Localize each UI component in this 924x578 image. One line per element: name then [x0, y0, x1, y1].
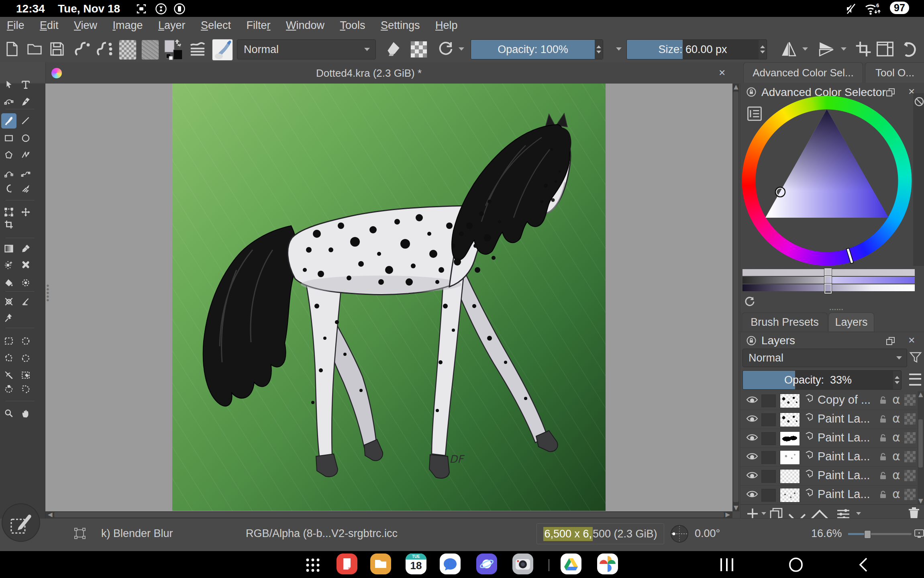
tool-pan[interactable]: [18, 406, 33, 421]
layer-alpha-lock-checker[interactable]: [904, 470, 916, 481]
tool-bezier-curve[interactable]: [1, 166, 16, 182]
add-layer-dropdown-arrow[interactable]: [761, 512, 766, 515]
shade-slider-3-handle[interactable]: [824, 284, 832, 294]
menu-item[interactable]: Edit: [33, 17, 65, 32]
layer-visibility-eye-icon[interactable]: [746, 394, 758, 405]
layer-visibility-eye-icon[interactable]: [746, 432, 758, 443]
update-color-icon[interactable]: [744, 296, 756, 308]
tool-ellipse-select[interactable]: [18, 333, 33, 349]
tool-measure[interactable]: [18, 294, 33, 309]
layer-alpha-lock-checker[interactable]: [904, 432, 916, 443]
layer-visibility-eye-icon[interactable]: [746, 470, 758, 480]
wrap-around-mode-button[interactable]: [854, 39, 873, 59]
layer-color-label[interactable]: [761, 489, 776, 502]
tool-gradient[interactable]: [1, 241, 16, 256]
layers-menu-icon[interactable]: [909, 374, 921, 386]
app-calendar-icon[interactable]: TUE 18: [406, 553, 426, 574]
layer-row[interactable]: Paint La... α: [740, 410, 917, 429]
undo-button[interactable]: [900, 39, 919, 59]
inherit-alpha-icon[interactable]: [804, 431, 814, 441]
layer-opacity-spinner[interactable]: [893, 371, 901, 389]
menu-item[interactable]: Help: [428, 17, 465, 32]
selection-mode-icon[interactable]: [74, 527, 86, 539]
color-profile-label[interactable]: RGB/Alpha (8-b...V2-srgbtrc.icc: [246, 527, 398, 540]
layers-lock-icon[interactable]: [746, 335, 757, 346]
app-internet-icon[interactable]: [476, 553, 497, 574]
app-files-icon[interactable]: [370, 553, 391, 574]
fit-zoom-icon[interactable]: [914, 528, 924, 539]
layer-alpha-icon[interactable]: α: [892, 468, 900, 482]
tool-freehand-select[interactable]: [18, 350, 33, 366]
foreground-background-colors[interactable]: [164, 39, 185, 60]
tool-text[interactable]: [18, 77, 33, 92]
size-slider[interactable]: Size: 60.00 px: [626, 39, 767, 59]
tool-select-shapes[interactable]: [1, 77, 16, 92]
tab-advanced-color-selector[interactable]: Advanced Color Sel...: [743, 62, 863, 83]
layer-alpha-lock-checker[interactable]: [904, 394, 916, 406]
menu-item[interactable]: Select: [194, 17, 238, 32]
inherit-alpha-icon[interactable]: [804, 393, 814, 403]
layer-thumbnail[interactable]: [780, 431, 800, 446]
tool-colorize-mask[interactable]: [1, 257, 16, 272]
close-document-icon[interactable]: ×: [719, 66, 725, 79]
eraser-mode-button[interactable]: [384, 39, 403, 59]
layer-opacity-slider[interactable]: Opacity: 33%: [742, 370, 902, 390]
shade-slider-1[interactable]: [742, 269, 915, 276]
tool-polygon[interactable]: [1, 147, 16, 163]
layer-alpha-icon[interactable]: α: [892, 487, 900, 501]
tool-magnetic-select[interactable]: [18, 382, 33, 397]
layer-alpha-lock-checker[interactable]: [904, 489, 916, 500]
tool-polygon-select[interactable]: [1, 350, 16, 366]
layer-color-label[interactable]: [761, 470, 776, 483]
workspace-chooser-button[interactable]: [875, 39, 895, 59]
app-camera-icon[interactable]: [512, 553, 533, 574]
layer-color-label[interactable]: [761, 451, 776, 464]
tool-crop[interactable]: [1, 217, 16, 232]
canvas-vscrollbar[interactable]: ▲ ▼: [732, 84, 739, 511]
layer-blend-mode-dropdown[interactable]: Normal: [742, 349, 907, 367]
menu-item[interactable]: Layer: [151, 17, 192, 32]
layer-row[interactable]: Paint La... α: [740, 486, 917, 504]
tool-reference-images[interactable]: [1, 310, 16, 325]
app-messages-icon[interactable]: [440, 553, 461, 574]
tool-zoom[interactable]: [1, 406, 16, 421]
tool-similar-color-select[interactable]: [1, 368, 16, 383]
layer-lock-icon[interactable]: [879, 414, 888, 424]
inherit-alpha-icon[interactable]: [804, 412, 814, 422]
pressure-curve-icon[interactable]: [72, 39, 92, 59]
tool-contiguous-select[interactable]: [18, 368, 33, 383]
pen-input-floating-button[interactable]: [2, 504, 39, 541]
properties-dropdown-arrow[interactable]: [856, 512, 861, 515]
layer-color-label[interactable]: [761, 413, 776, 426]
layer-row[interactable]: Paint La... α: [740, 448, 917, 467]
layer-lock-icon[interactable]: [879, 452, 888, 462]
layer-alpha-icon[interactable]: α: [892, 449, 900, 463]
tool-enclose-and-fill[interactable]: [18, 275, 33, 290]
toolbox-drag-handle[interactable]: ● ● ● ● ●: [46, 284, 51, 301]
menu-item[interactable]: Filter: [240, 17, 277, 32]
tool-polyline[interactable]: [18, 147, 33, 163]
inherit-alpha-icon[interactable]: [804, 487, 814, 498]
mirror-vertical-dropdown-arrow[interactable]: [841, 47, 846, 51]
layer-lock-icon[interactable]: [879, 433, 888, 443]
layer-alpha-icon[interactable]: α: [892, 430, 900, 444]
opacity-spinner[interactable]: [595, 40, 603, 59]
layer-lock-icon[interactable]: [879, 471, 888, 480]
menu-item[interactable]: Window: [279, 17, 331, 32]
layer-lock-icon[interactable]: [879, 395, 888, 405]
layer-row[interactable]: Paint La... α: [740, 467, 917, 486]
layer-thumbnail[interactable]: [780, 488, 800, 502]
open-document-button[interactable]: [25, 39, 44, 59]
blending-mode-dropdown[interactable]: Normal: [237, 39, 376, 59]
tool-color-sampler[interactable]: [18, 241, 33, 256]
canvas-document[interactable]: DF: [172, 84, 606, 511]
mirror-horizontal-dropdown-arrow[interactable]: [802, 47, 808, 51]
saturation-value-triangle[interactable]: [742, 96, 912, 266]
layer-visibility-eye-icon[interactable]: [746, 451, 758, 462]
tool-multibrush[interactable]: [18, 181, 33, 196]
tool-freehand-brush[interactable]: [1, 113, 16, 129]
reload-preset-button[interactable]: [436, 39, 455, 59]
layer-color-label[interactable]: [761, 394, 776, 407]
inherit-alpha-icon[interactable]: [804, 468, 814, 479]
preserve-alpha-button[interactable]: [410, 41, 427, 58]
